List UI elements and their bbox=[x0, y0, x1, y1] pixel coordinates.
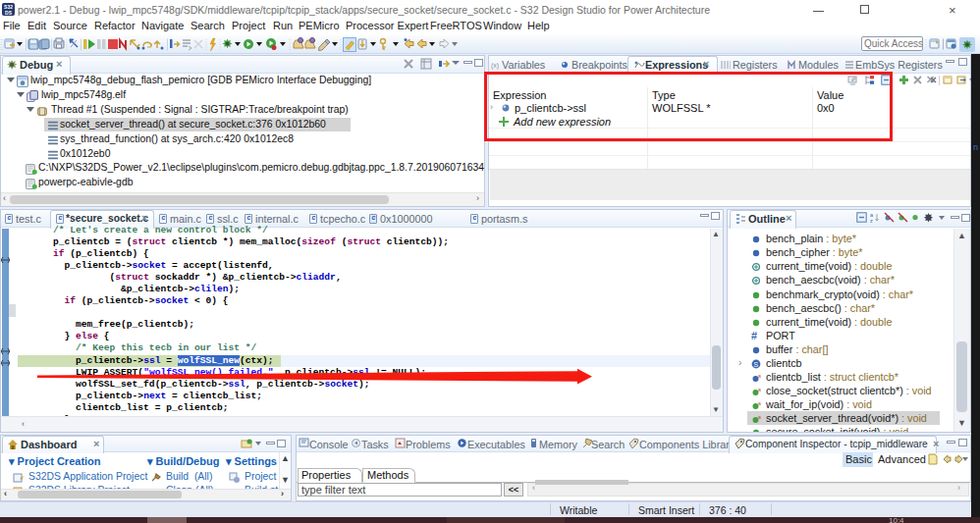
svg-text:z: z bbox=[870, 218, 873, 223]
svg-text:s: s bbox=[758, 400, 761, 406]
svg-text:s: s bbox=[758, 387, 761, 392]
svg-text:s: s bbox=[758, 373, 761, 379]
svg-text:s: s bbox=[758, 414, 761, 420]
svg-text:S: S bbox=[754, 361, 759, 368]
svg-text:(x): (x) bbox=[491, 62, 499, 70]
